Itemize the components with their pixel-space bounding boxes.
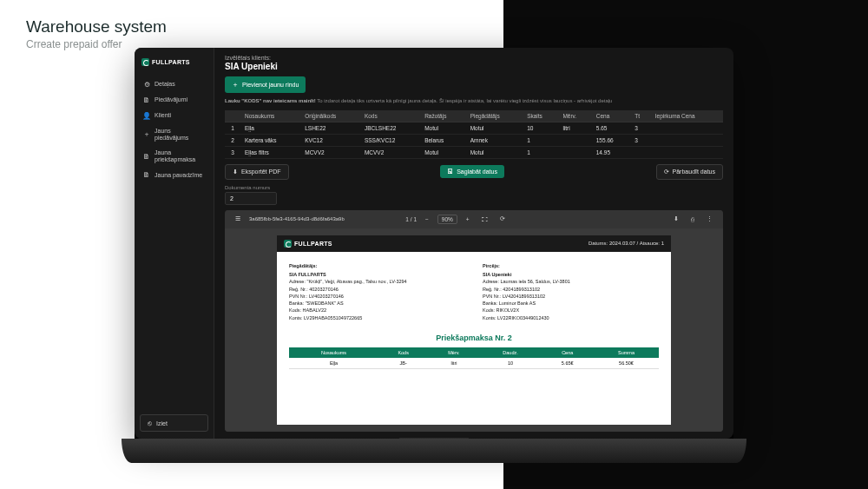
col-header: Skaits [523, 110, 558, 122]
pdf-download-icon[interactable]: ⬇ [670, 215, 682, 223]
nav-icon: 🗎 [143, 96, 150, 103]
col-header: Oriģinālkods [300, 110, 360, 122]
sidebar-item-5[interactable]: 🗎Jauna pavadzīme [140, 168, 208, 183]
col-header: Cena [592, 110, 630, 122]
nav-label: Jauna priekšapmaksa [155, 149, 205, 162]
invoice-table: NosaukumsKodsMērv.Daudz.CenaSumma EļļaJB… [289, 347, 659, 369]
nav-icon: ＋ [143, 131, 150, 138]
sidebar-item-3[interactable]: ＋Jauns piedāvājums [140, 123, 208, 145]
sidebar-item-1[interactable]: 🗎Piedāvājumi [140, 92, 208, 108]
doc-number-input[interactable] [225, 192, 277, 205]
invoice-row: EļļaJB-litri105.65€56.50€ [289, 358, 659, 369]
zoom-out-icon[interactable]: − [422, 215, 432, 223]
pdf-filename: 3a685fbb-5fe3-4165-94d3-d8d6fa643a9b [249, 216, 400, 221]
save-data-button[interactable]: 🖫 Saglabāt datus [440, 165, 504, 178]
nav-label: Jauns piedāvājums [155, 128, 205, 141]
rotate-icon[interactable]: ⟳ [496, 215, 509, 223]
nav-icon: 🗎 [143, 172, 150, 179]
zoom-in-icon[interactable]: + [463, 215, 473, 223]
fit-page-icon[interactable]: ⛶ [478, 215, 491, 223]
check-data-button[interactable]: ⟳ Pārbaudīt datus [656, 164, 723, 180]
pdf-menu-icon[interactable]: ☰ [232, 215, 244, 223]
buyer-block: Pircējs:SIA UpeniekiAdrese: Laumas iela … [483, 262, 659, 321]
invoice-title: Priekšapmaksa Nr. 2 [277, 328, 671, 347]
nav-icon: 🗎 [143, 153, 150, 160]
logout-label: Iziet [156, 420, 168, 426]
nav-icon: 👤 [143, 112, 150, 119]
download-icon: ⬇ [233, 169, 238, 175]
pdf-meta: Datums: 2024.03.07 / Atsauce: 1 [589, 241, 664, 246]
col-header: Piegādātājs [466, 110, 523, 122]
zoom-level[interactable]: 90% [437, 215, 457, 224]
pdf-brand-logo-icon [284, 240, 292, 248]
col-header: Iepirkuma Cena [651, 110, 723, 122]
table-row[interactable]: 3Eļļas filtrsMCVV2MCVV2MotulMotul114.95 [225, 146, 723, 158]
logout-icon: ⎋ [146, 420, 153, 426]
nav-label: Jauna pavadzīme [155, 172, 202, 179]
pdf-page: 1 / 1 [405, 216, 417, 222]
brand-logo-icon [141, 58, 149, 66]
supplier-block: Piegādātājs:SIA FULLPARTSAdrese: "Krūkļi… [289, 262, 465, 321]
pdf-viewer: ☰ 3a685fbb-5fe3-4165-94d3-d8d6fa643a9b 1… [225, 210, 723, 432]
nav-label: Detaļas [155, 81, 175, 88]
table-row[interactable]: 1EļļaLSHE22JBCLSHE22MotulMotul10litri5.6… [225, 122, 723, 134]
page-title: Warehouse system [26, 17, 167, 36]
logout-button[interactable]: ⎋ Iziet [140, 414, 208, 432]
table-row[interactable]: 2Kartera vāksKVC12SSS/KVC12BelarusAmnek1… [225, 134, 723, 146]
pdf-more-icon[interactable]: ⋮ [703, 215, 716, 223]
client-kicker: Izvēlētais klients: [225, 55, 723, 61]
pdf-page-content: FULLPARTS Datums: 2024.03.07 / Atsauce: … [277, 235, 671, 425]
client-name: SIA Upenieki [225, 62, 723, 71]
pdf-print-icon[interactable]: ⎙ [687, 215, 698, 223]
nav-icon: ⚙ [143, 81, 150, 88]
add-row-button[interactable]: ＋ Pievienot jaunu rindu [225, 76, 306, 93]
sidebar: FULLPARTS ⚙Detaļas🗎Piedāvājumi👤Klienti＋J… [135, 48, 214, 439]
col-header: Mērv. [558, 110, 591, 122]
brand: FULLPARTS [140, 55, 208, 75]
sidebar-item-0[interactable]: ⚙Detaļas [140, 76, 208, 92]
col-header: Kods [360, 110, 420, 122]
add-row-label: Pievienot jaunu rindu [242, 82, 299, 88]
col-header: Ražotājs [420, 110, 466, 122]
refresh-icon: ⟳ [664, 169, 669, 175]
brand-name: FULLPARTS [152, 59, 190, 65]
plus-icon: ＋ [232, 80, 239, 89]
col-header [225, 110, 240, 122]
sidebar-item-2[interactable]: 👤Klienti [140, 108, 208, 123]
nav-label: Klienti [155, 112, 171, 119]
save-icon: 🖫 [447, 169, 453, 175]
nav-label: Piedāvājumi [155, 96, 187, 103]
doc-number-label: Dokumenta numurs [225, 185, 723, 190]
col-header: Tt [630, 110, 650, 122]
hint-text: Lauku "KODS" nav ieteicams mainīt! To iz… [225, 98, 723, 105]
col-header: Nosaukums [240, 110, 300, 122]
sidebar-item-4[interactable]: 🗎Jauna priekšapmaksa [140, 145, 208, 167]
export-pdf-button[interactable]: ⬇ Eksportēt PDF [225, 164, 289, 180]
items-table: NosaukumsOriģinālkodsKodsRažotājsPiegādā… [225, 110, 723, 159]
